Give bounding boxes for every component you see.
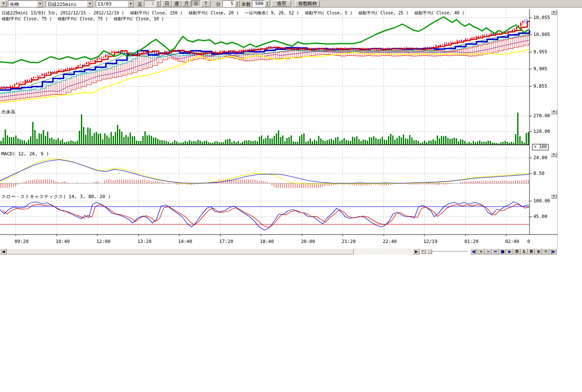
scroll-right-button[interactable]: ▶ xyxy=(413,248,420,254)
period-week-button[interactable]: 週 xyxy=(172,0,181,7)
volume-panel-dropdown-button[interactable]: ▼ xyxy=(551,110,557,114)
chevron-down-icon[interactable]: ▼ xyxy=(37,1,43,7)
indicator-header-line1: 日経225mini 13/03( 5分, 2012/12/15 - 2012/1… xyxy=(2,10,465,16)
time-tick-label: 10:40 xyxy=(55,239,69,244)
axis-tick-label: 8.50 xyxy=(533,171,545,176)
bar-interval-spinner[interactable]: ▲▼ xyxy=(155,0,161,7)
splitter-grip[interactable] xyxy=(421,249,426,254)
time-tick-label: 0 xyxy=(527,239,530,244)
stoch-panel-dropdown-button[interactable]: ▼ xyxy=(551,194,557,199)
bar-label: 足 xyxy=(138,1,142,8)
count-value-input[interactable]: 500 xyxy=(252,0,265,7)
arrow-right-icon: ▶ xyxy=(415,249,418,254)
indicator-label: 日経225mini 13/03( 5分, 2012/12/15 - 2012/1… xyxy=(2,10,124,16)
time-tick-label: 13:20 xyxy=(137,239,151,244)
time-tick-label: 18:40 xyxy=(260,239,274,244)
d-mode-button[interactable]: D xyxy=(513,248,521,254)
stop-button[interactable]: ■ xyxy=(499,248,506,254)
axis-tick-label: 270.00 xyxy=(533,113,550,119)
indicator-label: 移動平均( Close, 75 ) xyxy=(58,16,108,22)
apply-button[interactable]: 適用 xyxy=(272,0,291,7)
time-tick-label: 12/19 xyxy=(423,239,437,244)
time-tick-label: 09:20 xyxy=(14,239,28,244)
zoom-out-button[interactable]: − xyxy=(485,248,492,254)
volume-panel-label: 出来高 xyxy=(1,109,15,115)
period-day-button[interactable]: 日 xyxy=(162,0,172,7)
indicator-label: 移動平均( Close, 10 ) xyxy=(114,16,164,22)
scale-slider-thumb[interactable] xyxy=(427,249,432,254)
indicator-label: 移動平均( Close, 40 ) xyxy=(414,10,464,16)
volume-multiplier: × 100 xyxy=(532,144,549,150)
axis-tick-label: 9,855 xyxy=(533,83,547,89)
l-mode-button[interactable]: L xyxy=(521,248,528,254)
crosshair-button[interactable]: ⊕ xyxy=(535,248,542,254)
step-forward-button[interactable]: |▶ xyxy=(549,248,557,254)
symbol-value: 日経225mini xyxy=(47,1,76,8)
chart-application-window: ▼ 先物 ▼ 日経225mini ▼ 13/03 ▼ 足 1 ▲▼ 日 週 月 … xyxy=(0,0,582,392)
axis-tick-label: 120.00 xyxy=(533,129,550,134)
macd-panel-dropdown-button[interactable]: ▼ xyxy=(551,152,557,157)
category-combobox[interactable]: 先物 ▼ xyxy=(8,0,44,7)
period-minute-button[interactable]: 分 xyxy=(191,0,201,7)
indicator-label: 一目均衡表( 9, 26, 52 ) xyxy=(244,10,299,16)
chevron-down-icon: ▼ xyxy=(553,194,554,198)
indicator-label: 移動平均( Close, 20 ) xyxy=(188,10,238,16)
axis-tick-label: 10,055 xyxy=(533,15,550,20)
axis-tick-label: 100.00 xyxy=(533,198,550,204)
b-mode-button[interactable]: B xyxy=(528,248,535,254)
chevron-down-icon: ▼ xyxy=(3,2,4,5)
chevron-down-icon: ▼ xyxy=(553,153,554,156)
count-label: 本数 xyxy=(241,1,251,8)
contract-combobox[interactable]: 13/03 ▼ xyxy=(96,0,134,7)
scale-slider[interactable] xyxy=(428,251,468,253)
chart-canvas xyxy=(0,8,582,256)
minute-label: 分 xyxy=(216,1,221,8)
axis-tick-label: 10,005 xyxy=(533,32,550,37)
zoom-in-button[interactable]: + xyxy=(477,248,485,254)
bar-interval-input[interactable]: 1 xyxy=(144,0,155,7)
time-tick-label: 02:40 xyxy=(505,239,519,244)
horizontal-scrollbar-thumb[interactable] xyxy=(7,248,354,254)
time-tick-label: 01:20 xyxy=(464,239,478,244)
arrow-left-icon: ◀ xyxy=(2,249,5,254)
count-spinner[interactable]: ▲▼ xyxy=(265,0,270,7)
contract-value: 13/03 xyxy=(97,1,111,7)
indicator-header-line2: 移動平均( Close, 75 )移動平均( Close, 75 )移動平均( … xyxy=(2,16,164,22)
chart-plot-area[interactable]: 日経225mini 13/03( 5分, 2012/12/15 - 2012/1… xyxy=(0,8,582,256)
menu-dropdown-button[interactable]: ▼ xyxy=(0,0,7,7)
bottom-navigation-bar: ◀ ▶ ◀|+−⇔■▶DLB⊕✕|▶ xyxy=(0,248,582,255)
time-tick-label: 12:00 xyxy=(96,239,110,244)
symbol-combobox[interactable]: 日経225mini ▼ xyxy=(46,0,94,7)
fit-width-button[interactable]: ⇔ xyxy=(492,248,499,254)
indicator-label: 移動平均( Close, 75 ) xyxy=(2,16,52,22)
step-back-button[interactable]: ◀| xyxy=(470,248,477,254)
period-tick-button[interactable]: T xyxy=(201,0,211,7)
close-button[interactable]: ✕ xyxy=(542,248,549,254)
scroll-left-button[interactable]: ◀ xyxy=(0,248,7,254)
minute-spinner[interactable]: ▲▼ xyxy=(235,0,240,7)
time-tick-label: 21:20 xyxy=(341,239,355,244)
axis-tick-label: 9,905 xyxy=(533,66,547,72)
price-panel-dropdown-button[interactable]: ▼ xyxy=(551,10,557,15)
axis-tick-label: 9,955 xyxy=(533,49,547,55)
time-tick-label: 17:20 xyxy=(219,239,233,244)
category-value: 先物 xyxy=(10,1,19,8)
play-button[interactable]: ▶ xyxy=(506,248,513,254)
indicator-label: 移動平均( Close, 25 ) xyxy=(358,10,408,16)
time-tick-label: 20:00 xyxy=(301,239,315,244)
minute-value-input[interactable]: 5 xyxy=(222,0,235,7)
toolbar: ▼ 先物 ▼ 日経225mini ▼ 13/03 ▼ 足 1 ▲▼ 日 週 月 … xyxy=(0,0,582,8)
chevron-down-icon: ▼ xyxy=(553,11,554,14)
indicator-label: 移動平均( Close, 150 ) xyxy=(130,10,183,16)
time-tick-label: 14:40 xyxy=(178,239,192,244)
chevron-down-icon[interactable]: ▼ xyxy=(127,1,134,7)
axis-tick-label: 24.00 xyxy=(533,155,547,160)
time-tick-label: 22:40 xyxy=(382,239,396,244)
period-month-button[interactable]: 月 xyxy=(182,0,191,7)
macd-panel-label: MACD( 12, 26, 9 ) xyxy=(1,151,49,157)
stoch-panel-label: スロー・ストキャスティクス( 14, 3, 80, 20 ) xyxy=(1,193,111,200)
multi-symbol-button[interactable]: 複数銘柄 xyxy=(295,0,320,7)
chevron-down-icon[interactable]: ▼ xyxy=(87,1,93,7)
chevron-down-icon: ▼ xyxy=(553,110,554,113)
axis-tick-label: 45.00 xyxy=(533,214,547,219)
